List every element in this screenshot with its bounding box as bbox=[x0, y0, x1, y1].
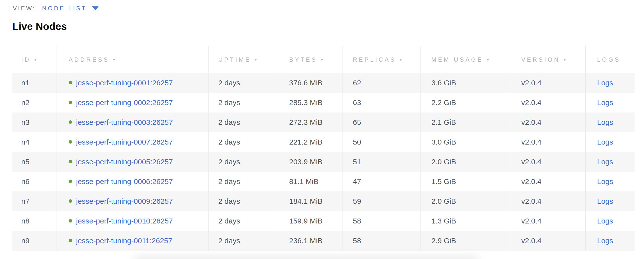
chevron-down-icon bbox=[92, 6, 98, 10]
table-row: n7jesse-perf-tuning-0009:262572 days184.… bbox=[12, 191, 634, 211]
column-header-id[interactable]: ID▼ bbox=[12, 46, 57, 73]
node-address-link[interactable]: jesse-perf-tuning-0005:26257 bbox=[76, 158, 173, 166]
uptime-cell: 2 days bbox=[209, 132, 279, 152]
node-address-link[interactable]: jesse-perf-tuning-0003:26257 bbox=[76, 118, 173, 126]
column-header-version[interactable]: VERSION▼ bbox=[510, 46, 586, 73]
logs-link[interactable]: Logs bbox=[597, 98, 613, 107]
version-cell: v2.0.4 bbox=[510, 73, 586, 93]
node-address-link[interactable]: jesse-perf-tuning-0001:26257 bbox=[76, 79, 173, 87]
column-header-uptime[interactable]: UPTIME▼ bbox=[209, 46, 279, 73]
table-row: n3jesse-perf-tuning-0003:262572 days272.… bbox=[12, 112, 634, 132]
live-status-icon bbox=[69, 120, 72, 124]
view-selector[interactable]: NODE LIST bbox=[42, 5, 99, 12]
logs-cell: Logs bbox=[586, 172, 634, 191]
table-row: n5jesse-perf-tuning-0005:262572 days203.… bbox=[12, 152, 634, 172]
node-address-link[interactable]: jesse-perf-tuning-0007:26257 bbox=[76, 138, 173, 146]
bytes-cell: 376.6 MiB bbox=[279, 73, 343, 93]
address-cell: jesse-perf-tuning-0003:26257 bbox=[57, 112, 209, 132]
replicas-cell: 62 bbox=[343, 73, 420, 93]
address-cell: jesse-perf-tuning-0010:26257 bbox=[57, 211, 209, 231]
table-row: n4jesse-perf-tuning-0007:262572 days221.… bbox=[12, 132, 634, 152]
version-cell: v2.0.4 bbox=[510, 93, 586, 112]
live-status-icon bbox=[69, 81, 72, 84]
logs-cell: Logs bbox=[586, 93, 634, 112]
node-id-cell: n6 bbox=[12, 172, 57, 191]
uptime-cell: 2 days bbox=[209, 211, 279, 231]
bytes-cell: 203.9 MiB bbox=[279, 152, 343, 172]
mem-cell: 2.9 GiB bbox=[420, 231, 510, 251]
logs-link[interactable]: Logs bbox=[597, 138, 613, 146]
logs-link[interactable]: Logs bbox=[597, 217, 613, 225]
address-cell: jesse-perf-tuning-0006:26257 bbox=[57, 172, 209, 191]
replicas-cell: 59 bbox=[343, 191, 420, 211]
sort-arrow-icon: ▼ bbox=[112, 58, 116, 62]
live-status-icon bbox=[69, 199, 72, 203]
node-id-cell: n8 bbox=[12, 211, 57, 231]
replicas-cell: 58 bbox=[343, 231, 420, 251]
live-nodes-table: ID▼ADDRESS▼UPTIME▼BYTES▼REPLICAS▼MEM USA… bbox=[12, 46, 634, 251]
uptime-cell: 2 days bbox=[209, 152, 279, 172]
column-header-label: ID bbox=[21, 56, 30, 63]
replicas-cell: 63 bbox=[343, 93, 420, 112]
node-list-table: ID▼ADDRESS▼UPTIME▼BYTES▼REPLICAS▼MEM USA… bbox=[12, 46, 634, 251]
node-id-cell: n7 bbox=[12, 191, 57, 211]
node-address-link[interactable]: jesse-perf-tuning-0011:26257 bbox=[76, 237, 172, 245]
replicas-cell: 51 bbox=[343, 152, 420, 172]
mem-cell: 2.2 GiB bbox=[420, 93, 510, 112]
version-cell: v2.0.4 bbox=[510, 211, 586, 231]
node-address-link[interactable]: jesse-perf-tuning-0006:26257 bbox=[76, 177, 173, 186]
logs-link[interactable]: Logs bbox=[597, 118, 613, 126]
logs-cell: Logs bbox=[586, 73, 634, 93]
logs-link[interactable]: Logs bbox=[597, 158, 613, 166]
column-header-bytes[interactable]: BYTES▼ bbox=[279, 46, 343, 73]
bytes-cell: 159.9 MiB bbox=[279, 211, 343, 231]
table-row: n8jesse-perf-tuning-0010:262572 days159.… bbox=[12, 211, 634, 231]
sort-arrow-icon: ▼ bbox=[320, 58, 324, 62]
node-address-link[interactable]: jesse-perf-tuning-0002:26257 bbox=[76, 98, 173, 107]
uptime-cell: 2 days bbox=[209, 231, 279, 251]
table-header-row: ID▼ADDRESS▼UPTIME▼BYTES▼REPLICAS▼MEM USA… bbox=[12, 46, 634, 73]
sort-arrow-icon: ▼ bbox=[563, 58, 566, 62]
replicas-cell: 58 bbox=[343, 211, 420, 231]
uptime-cell: 2 days bbox=[209, 172, 279, 191]
view-label: VIEW: bbox=[13, 5, 36, 12]
logs-cell: Logs bbox=[586, 211, 634, 231]
node-id-cell: n3 bbox=[12, 112, 57, 132]
replicas-cell: 65 bbox=[343, 112, 420, 132]
column-header-label: ADDRESS bbox=[69, 56, 110, 63]
column-header-address[interactable]: ADDRESS▼ bbox=[57, 46, 209, 73]
live-status-icon bbox=[69, 219, 72, 223]
mem-cell: 1.3 GiB bbox=[420, 211, 510, 231]
bytes-cell: 272.3 MiB bbox=[279, 112, 343, 132]
logs-cell: Logs bbox=[586, 132, 634, 152]
column-header-logs: LOGS bbox=[586, 46, 634, 73]
bytes-cell: 285.3 MiB bbox=[279, 93, 343, 112]
logs-link[interactable]: Logs bbox=[597, 177, 613, 186]
replicas-cell: 47 bbox=[343, 172, 420, 191]
logs-cell: Logs bbox=[586, 112, 634, 132]
logs-link[interactable]: Logs bbox=[597, 197, 613, 205]
logs-cell: Logs bbox=[586, 191, 634, 211]
version-cell: v2.0.4 bbox=[510, 112, 586, 132]
version-cell: v2.0.4 bbox=[510, 132, 586, 152]
logs-link[interactable]: Logs bbox=[597, 79, 613, 87]
table-row: n1jesse-perf-tuning-0001:262572 days376.… bbox=[12, 73, 634, 93]
mem-cell: 2.0 GiB bbox=[420, 191, 510, 211]
address-cell: jesse-perf-tuning-0009:26257 bbox=[57, 191, 209, 211]
node-address-link[interactable]: jesse-perf-tuning-0009:26257 bbox=[76, 197, 173, 205]
live-status-icon bbox=[69, 160, 72, 163]
column-header-label: LOGS bbox=[597, 56, 620, 63]
column-header-mem[interactable]: MEM USAGE▼ bbox=[420, 46, 510, 73]
node-address-link[interactable]: jesse-perf-tuning-0010:26257 bbox=[76, 217, 173, 225]
uptime-cell: 2 days bbox=[209, 191, 279, 211]
column-header-replicas[interactable]: REPLICAS▼ bbox=[343, 46, 420, 73]
column-header-label: UPTIME bbox=[218, 56, 251, 63]
live-nodes-page: VIEW: NODE LIST Live Nodes ID▼ADDRESS▼UP… bbox=[0, 0, 644, 259]
table-row: n2jesse-perf-tuning-0002:262572 days285.… bbox=[12, 93, 634, 112]
bytes-cell: 236.1 MiB bbox=[279, 231, 343, 251]
address-cell: jesse-perf-tuning-0011:26257 bbox=[57, 231, 209, 251]
mem-cell: 2.1 GiB bbox=[420, 112, 510, 132]
logs-link[interactable]: Logs bbox=[597, 237, 613, 245]
uptime-cell: 2 days bbox=[209, 112, 279, 132]
mem-cell: 1.5 GiB bbox=[420, 172, 510, 191]
